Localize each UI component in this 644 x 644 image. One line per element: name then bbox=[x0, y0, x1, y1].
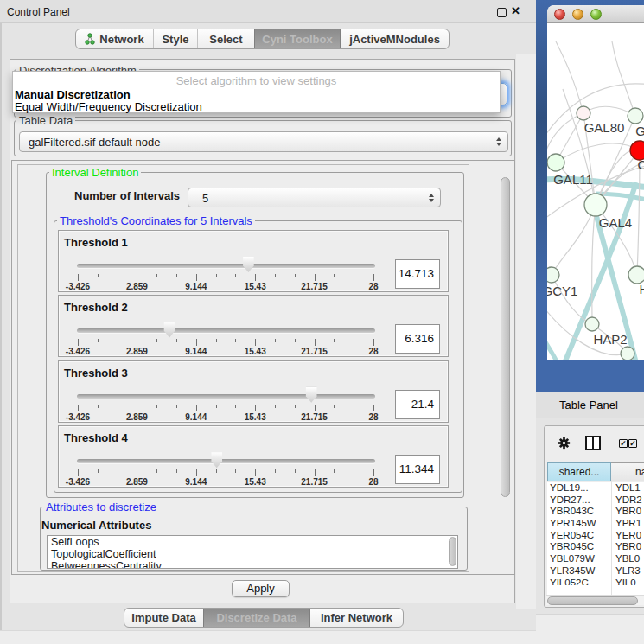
slider-tick bbox=[176, 469, 177, 473]
threshold-slider-track[interactable] bbox=[77, 264, 375, 268]
threshold-slider-thumb[interactable] bbox=[210, 452, 223, 468]
threshold-label: Threshold 4 bbox=[64, 431, 128, 444]
attribute-list-item[interactable]: BetweennessCentrality bbox=[48, 560, 457, 569]
threshold-value-field[interactable]: 14.713 bbox=[395, 259, 440, 289]
slider-tick bbox=[78, 469, 79, 476]
cell-shared-name: YBL079W bbox=[550, 553, 595, 565]
network-node-label: GAL80 bbox=[584, 120, 625, 135]
slider-tick bbox=[118, 405, 118, 408]
apply-button[interactable]: Apply bbox=[232, 580, 290, 597]
checkbox-icon[interactable]: ✓ bbox=[628, 439, 637, 448]
checkbox-icon[interactable]: ✓ bbox=[619, 439, 628, 448]
dropdown-option-manual-discretization[interactable]: Manual Discretization bbox=[15, 88, 131, 101]
attribute-list-item[interactable]: TopologicalCoefficient bbox=[48, 548, 457, 560]
bottom-tab-impute-data[interactable]: Impute Data bbox=[124, 609, 203, 627]
split-columns-icon[interactable] bbox=[585, 436, 601, 450]
cell-shared-name: YIL052C bbox=[550, 577, 589, 586]
bottom-tab-discretize-data[interactable]: Discretize Data bbox=[203, 609, 310, 627]
table-row[interactable]: YDL19...YDL1 bbox=[547, 482, 644, 494]
table-row[interactable]: YBR045CYBR0 bbox=[547, 541, 644, 553]
tab-network[interactable]: Network bbox=[76, 29, 154, 48]
table-rows: YDL19...YDL1YDR27...YDR2YBR043CYBR0YPR14… bbox=[547, 482, 644, 585]
thresholds-group-label: Threshold's Coordinates for 5 Intervals bbox=[57, 214, 255, 227]
table-hscrollbar-thumb[interactable] bbox=[547, 596, 638, 605]
control-panel-tabs: NetworkStyleSelectCyni ToolboxjActiveMNo… bbox=[75, 29, 450, 49]
bottom-tab-infer-network[interactable]: Infer Network bbox=[310, 609, 403, 627]
table-row[interactable]: YBL079WYBL0 bbox=[547, 553, 644, 565]
table-viewport-filler bbox=[547, 585, 644, 595]
slider-tick bbox=[334, 469, 335, 473]
slider-tick bbox=[315, 339, 316, 346]
table-row[interactable]: YLR345WYLR3 bbox=[547, 565, 644, 577]
tab-cyni-toolbox[interactable]: Cyni Toolbox bbox=[254, 29, 341, 48]
cell-name: YBL0 bbox=[615, 553, 640, 565]
slider-tick bbox=[235, 274, 236, 277]
tab-select[interactable]: Select bbox=[198, 29, 254, 48]
table-row[interactable]: YPR145WYPR1 bbox=[547, 518, 644, 530]
slider-tick bbox=[118, 469, 118, 473]
slider-tick bbox=[275, 469, 276, 473]
slider-tick bbox=[354, 405, 354, 408]
slider-tick bbox=[98, 469, 99, 473]
table-column-header-shared-name[interactable]: shared... bbox=[547, 462, 611, 481]
table-row[interactable]: YIL052CYIL0 bbox=[547, 577, 644, 586]
slider-tick bbox=[98, 405, 99, 408]
slider-tick-label: 21.715 bbox=[294, 477, 335, 487]
table-panel-title: Table Panel bbox=[559, 399, 618, 411]
zoom-traffic-light-icon[interactable] bbox=[590, 9, 602, 20]
slider-tick bbox=[78, 405, 79, 411]
slider-tick-label: 2.859 bbox=[116, 412, 157, 422]
threshold-value-field[interactable]: 21.4 bbox=[395, 390, 440, 419]
slider-tick bbox=[295, 274, 296, 277]
slider-tick bbox=[255, 405, 256, 411]
threshold-slider-thumb[interactable] bbox=[305, 387, 318, 403]
minimize-traffic-light-icon[interactable] bbox=[572, 9, 583, 20]
slider-tick-label: 28 bbox=[353, 282, 394, 291]
algorithm-dropdown-popup: Select algorithm to view settings Manual… bbox=[12, 71, 501, 113]
numerical-attributes-list[interactable]: SelfLoopsTopologicalCoefficientBetweenne… bbox=[47, 535, 458, 569]
network-node-label: H bbox=[640, 282, 644, 296]
slider-tick bbox=[98, 274, 99, 277]
number-of-intervals-combo[interactable]: 5 bbox=[188, 188, 441, 207]
table-column-header-name[interactable]: na bbox=[611, 462, 644, 481]
tab-label: Network bbox=[99, 33, 143, 46]
table-row[interactable]: YER054CYER0 bbox=[547, 530, 644, 542]
float-icon[interactable] bbox=[497, 8, 507, 17]
numerical-attributes-label: Numerical Attributes bbox=[41, 519, 151, 532]
threshold-panel-1: Threshold 1-3.4262.8599.14415.4321.71528… bbox=[58, 230, 449, 292]
slider-tick-label: 2.859 bbox=[116, 282, 157, 291]
attributes-list-scrollbar-thumb[interactable] bbox=[449, 537, 456, 566]
cell-name: YPR1 bbox=[615, 518, 641, 530]
threshold-slider-thumb[interactable] bbox=[163, 322, 176, 337]
table-row[interactable]: YDR27...YDR2 bbox=[547, 494, 644, 507]
slider-tick-label: -3.426 bbox=[57, 412, 99, 422]
tab-style[interactable]: Style bbox=[154, 29, 198, 48]
table-row[interactable]: YBR043CYBR0 bbox=[547, 506, 644, 518]
network-canvas[interactable]: GAL80GACGAL11GAL4GCY1HHAP2 bbox=[547, 24, 644, 360]
close-icon[interactable]: ✕ bbox=[511, 4, 520, 17]
slider-tick bbox=[255, 469, 256, 476]
slider-tick bbox=[156, 469, 157, 473]
cell-shared-name: YDL19... bbox=[550, 482, 589, 494]
dropdown-option-equal-width[interactable]: Equal Width/Frequency Discretization bbox=[15, 100, 202, 113]
slider-tick-label: 28 bbox=[353, 347, 394, 356]
threshold-slider-thumb[interactable] bbox=[242, 257, 255, 272]
threshold-slider-track[interactable] bbox=[77, 328, 375, 333]
tab-jactivemnodules[interactable]: jActiveMNodules bbox=[341, 29, 449, 48]
cell-name: YBR0 bbox=[615, 541, 641, 553]
table-data-combo[interactable]: galFiltered.sif default node bbox=[19, 131, 508, 152]
slider-tick-label: 15.43 bbox=[234, 347, 276, 356]
settings-scrollbar-thumb[interactable] bbox=[501, 177, 510, 497]
gear-icon[interactable] bbox=[558, 437, 571, 450]
threshold-value-field[interactable]: 11.344 bbox=[395, 455, 440, 484]
slider-tick bbox=[156, 339, 157, 342]
network-node-label: GAL4 bbox=[599, 215, 632, 230]
slider-tick bbox=[78, 274, 79, 281]
cell-name: YDR2 bbox=[615, 494, 642, 507]
threshold-value-field[interactable]: 6.316 bbox=[395, 324, 440, 354]
threshold-slider-track[interactable] bbox=[77, 459, 375, 463]
threshold-slider-track[interactable] bbox=[77, 394, 375, 399]
close-traffic-light-icon[interactable] bbox=[554, 9, 565, 20]
attribute-list-item[interactable]: SelfLoops bbox=[48, 536, 457, 548]
cell-shared-name: YBR043C bbox=[550, 506, 594, 518]
